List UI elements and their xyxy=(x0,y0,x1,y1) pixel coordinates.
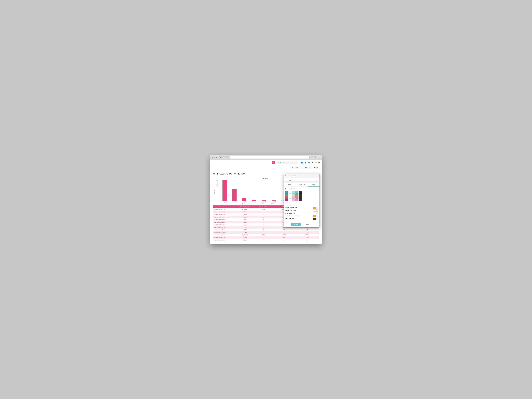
theme-swatch[interactable] xyxy=(292,199,295,201)
tab-advanced[interactable]: Advanced xyxy=(296,183,308,187)
table-row: www.example_1.com92,969,3035,268349,7275… xyxy=(213,234,319,236)
share-button[interactable]: ⬆ xyxy=(310,157,313,158)
color-option-label: Row Font Color xyxy=(285,218,294,220)
table-cell-value: 106,672 xyxy=(235,228,255,231)
more-button[interactable]: ▾ More xyxy=(313,166,320,169)
color-swatch[interactable] xyxy=(313,212,316,214)
table-cell-value: 5 xyxy=(255,231,272,234)
add-button[interactable]: + xyxy=(272,161,275,164)
theme-swatch[interactable] xyxy=(289,193,292,196)
table-cell-value: 106,484 xyxy=(235,231,255,234)
maximize-button[interactable] xyxy=(216,157,217,158)
theme-swatch[interactable] xyxy=(292,191,295,193)
user-icon[interactable]: 👤 xyxy=(304,162,307,164)
theme-swatch[interactable] xyxy=(299,199,302,201)
table-cell-value: 92,969,303 xyxy=(235,234,255,236)
color-dropdown-arrow[interactable]: ▾ xyxy=(316,207,318,209)
theme-swatch[interactable] xyxy=(285,196,288,199)
color-dropdown-arrow[interactable]: ▾ xyxy=(316,218,318,220)
theme-swatch[interactable] xyxy=(292,196,295,199)
table-cell-value: 113,907 xyxy=(235,226,255,228)
new-tab-button[interactable]: + xyxy=(318,157,320,158)
forward-button[interactable]: › xyxy=(222,157,225,158)
theme-swatch[interactable] xyxy=(296,191,298,193)
modal-tabs: Basic Advanced Style xyxy=(284,183,320,187)
datasource-select[interactable]: Analytics xyxy=(285,179,318,182)
table-cell-domain: www.example_3.com xyxy=(213,213,235,216)
color-option-row: Alternate Row Background ▾ xyxy=(285,215,318,217)
table-cell-value: 14 xyxy=(255,213,272,216)
col-header-load-sample: Page Load Sample xyxy=(255,205,272,208)
color-swatch[interactable] xyxy=(313,218,316,220)
color-picker: ▾ xyxy=(313,207,318,209)
theme-swatch[interactable] xyxy=(289,191,292,193)
legend-label: Sessions xyxy=(265,178,270,179)
color-swatch[interactable] xyxy=(313,207,316,209)
svg-rect-3 xyxy=(228,158,228,158)
theme-swatch[interactable] xyxy=(299,193,302,196)
table-cell-domain: www.example_5.com xyxy=(213,218,235,221)
title-bar: ‹ › ⬆ ⧉ + xyxy=(210,155,322,160)
bar-group xyxy=(230,189,239,201)
theme-swatch[interactable] xyxy=(289,199,292,201)
card-icon[interactable]: 💳 xyxy=(315,162,317,164)
color-option-label: Row Background xyxy=(285,212,295,214)
color-picker: ▾ xyxy=(313,218,318,220)
submit-button[interactable]: Submit xyxy=(291,223,301,226)
table-cell-value: 14 xyxy=(255,221,272,223)
back-button[interactable]: ‹ xyxy=(219,157,222,158)
settings-icon[interactable]: ⚙ xyxy=(312,162,313,164)
svg-rect-0 xyxy=(227,157,227,158)
send-button[interactable]: ✉ ✉ Send xyxy=(291,166,300,169)
table-cell-value: 554 xyxy=(296,239,319,241)
theme-swatch[interactable] xyxy=(296,196,298,199)
browser-window: ‹ › ⬆ ⧉ + + 🔍 👥 👤 🌐 ⚙ xyxy=(210,155,322,244)
theme-row xyxy=(285,191,318,193)
download-button[interactable]: ↓ ↓ Download xyxy=(301,166,312,169)
table-cell-domain: www.example_3.com xyxy=(213,239,235,241)
search-input[interactable] xyxy=(280,162,295,163)
table-cell-value: 1,785 xyxy=(296,236,319,239)
cancel-button[interactable]: Cancel xyxy=(302,223,312,226)
theme-row xyxy=(285,199,318,201)
color-swatch[interactable] xyxy=(313,215,316,217)
action-bar: ✉ ✉ Send ↓ ↓ Download ▾ More xyxy=(210,165,322,169)
color-dropdown-arrow[interactable]: ▾ xyxy=(316,215,318,217)
theme-swatch[interactable] xyxy=(285,193,288,196)
minimize-button[interactable] xyxy=(214,157,215,158)
theme-swatch[interactable] xyxy=(292,193,295,196)
theme-swatch[interactable] xyxy=(285,191,288,193)
theme-swatch[interactable] xyxy=(289,196,292,199)
table-cell-value: 19 xyxy=(272,239,296,241)
tab-style[interactable]: Style xyxy=(308,183,320,187)
toolbar-icons: 👥 👤 🌐 ⚙ 💳 ↪ xyxy=(301,162,320,164)
search-bar: 🔍 xyxy=(277,161,298,164)
bar-group xyxy=(220,180,229,201)
theme-swatch[interactable] xyxy=(296,199,298,201)
col-header-domain xyxy=(213,205,235,208)
duplicate-button[interactable]: ⧉ xyxy=(314,157,317,158)
users-icon[interactable]: 👥 xyxy=(301,162,303,164)
table-cell-value: 362 xyxy=(272,236,296,239)
theme-swatch[interactable] xyxy=(299,191,302,193)
color-swatch[interactable] xyxy=(313,209,316,211)
address-bar[interactable] xyxy=(230,156,310,159)
title-bar-actions: ⬆ ⧉ xyxy=(310,157,317,158)
color-dropdown-arrow[interactable]: ▾ xyxy=(316,212,318,214)
custom-theme-button[interactable]: Custom xyxy=(285,203,294,205)
color-dropdown-arrow[interactable]: ▾ xyxy=(316,209,318,211)
table-cell-value: 3 xyxy=(255,228,272,231)
theme-swatch[interactable] xyxy=(299,196,302,199)
theme-swatch[interactable] xyxy=(296,193,298,196)
sidebar-toggle[interactable] xyxy=(226,157,229,158)
search-icon: 🔍 xyxy=(278,162,280,163)
status-indicator xyxy=(213,173,215,175)
table-cell-value: 14 xyxy=(255,239,272,241)
theme-swatch[interactable] xyxy=(285,199,288,201)
exit-icon[interactable]: ↪ xyxy=(318,162,320,164)
table-cell-value: 434,766 xyxy=(235,211,255,213)
table-cell-value: 263,109 xyxy=(235,239,255,241)
globe-icon[interactable]: 🌐 xyxy=(308,162,310,164)
tab-basic[interactable]: Basic xyxy=(284,183,296,187)
close-button[interactable] xyxy=(212,157,213,158)
